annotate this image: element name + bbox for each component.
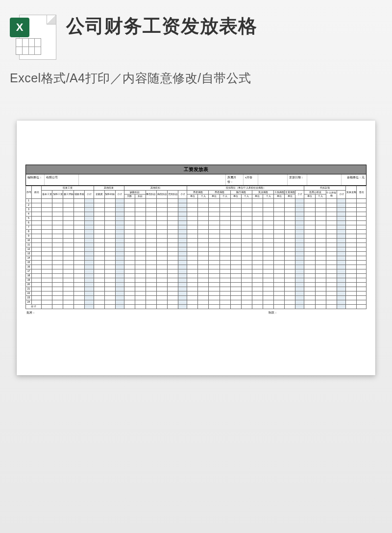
group-pay: 应发工资 (42, 186, 94, 191)
table-row: 18 (26, 273, 367, 278)
subtitle: Excel格式/A4打印／内容随意修改/自带公式 (0, 66, 392, 96)
col-seq: 序号 (26, 186, 32, 199)
col-sign: 签名 (357, 186, 367, 199)
excel-file-icon: X (10, 15, 56, 61)
header: X 公司财务工资发放表格 (0, 0, 392, 66)
payroll-table: 序号 姓名 应发工资 其他应发 其他应扣 应扣部分（单位/个人承担社会保险） 代… (25, 186, 367, 309)
col-actual: 实发金额 (346, 186, 357, 199)
table-row: 10 (26, 238, 367, 242)
table-row: 4 (26, 212, 367, 216)
table-row: 23 (26, 295, 367, 300)
sheet-title: 工资发放表 (25, 165, 367, 174)
table-row: 21 (26, 287, 367, 291)
table-row: 11 (26, 242, 367, 247)
compile-unit-label: 编制单位： (26, 174, 45, 185)
signature-row: 批准： 制表： (25, 309, 367, 315)
table-row: 22 (26, 291, 367, 295)
table-row: 12 (26, 247, 367, 251)
compile-unit-value: 有限公司 (45, 174, 79, 185)
table-row: 6 (26, 220, 367, 225)
table-row: 9 (26, 234, 367, 238)
issue-date-label: 发放日期： (288, 174, 307, 185)
spreadsheet-preview: 工资发放表 编制单位： 有限公司 所属月份： x月份 发放日期： 金额单位：元 … (17, 121, 375, 375)
maker-label: 制表： (269, 311, 277, 315)
group-withhold: 代扣款项 (304, 186, 346, 191)
month-label: 所属月份： (226, 174, 244, 185)
table-row: 15 (26, 260, 367, 265)
group-deduct: 其他应扣 (124, 186, 187, 191)
approve-label: 批准： (26, 311, 35, 315)
table-row: 5 (26, 216, 367, 220)
table-row: 1 (26, 198, 367, 203)
table-row: 16 (26, 265, 367, 269)
group-insurance: 应扣部分（单位/个人承担社会保险） (187, 186, 304, 191)
group-other-pay: 其他应发 (94, 186, 124, 191)
table-row: 24 (26, 300, 367, 304)
col-name: 姓名 (32, 186, 42, 199)
table-row: 17 (26, 269, 367, 273)
page-title: 公司财务工资发放表格 (66, 15, 257, 38)
table-row: 7 (26, 225, 367, 229)
month-value: x月份 (244, 174, 258, 185)
table-row: 2 (26, 203, 367, 207)
table-row: 13 (26, 251, 367, 256)
table-row: 14 (26, 256, 367, 260)
total-row: 合 计 (26, 304, 367, 309)
sheet-info-row: 编制单位： 有限公司 所属月份： x月份 发放日期： 金额单位：元 (25, 174, 367, 186)
table-row: 20 (26, 282, 367, 287)
amount-unit-label: 金额单位：元 (342, 174, 366, 185)
table-row: 3 (26, 207, 367, 212)
table-row: 8 (26, 229, 367, 234)
table-row: 19 (26, 278, 367, 282)
